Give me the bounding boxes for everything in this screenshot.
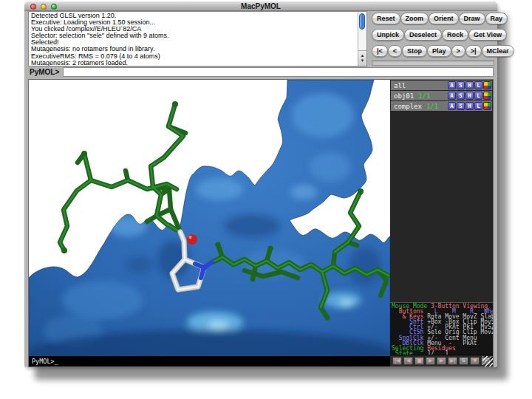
toolbar-row: UnpickDeselectRockGet View (372, 29, 494, 41)
object-list: allASHLobj011/1ASHLcomplex1/1ASHL (390, 81, 493, 111)
color-menu-button[interactable] (483, 102, 491, 110)
log-output: Detected GLSL version 1.20.Executive: Lo… (29, 12, 358, 66)
protein-surface (29, 80, 390, 356)
movie-last-button[interactable]: >| (466, 45, 482, 57)
scrollbar-thumb[interactable] (359, 13, 365, 30)
deselect-button[interactable]: Deselect (404, 29, 442, 41)
main-region: PyMOL>_ allASHLobj011/1ASHLcomplex1/1ASH… (28, 79, 494, 367)
s-menu-button[interactable]: S (457, 92, 465, 100)
molecular-scene (29, 80, 390, 356)
scene-button[interactable]: S (459, 357, 468, 365)
log-line: Mutagenesis: 2 rotamers loaded. (31, 60, 358, 66)
movie-rewind-button[interactable]: |◀ (392, 357, 402, 365)
fullscreen-button[interactable]: ▼ (470, 357, 480, 365)
mouse-mode-panel[interactable]: Mouse Mode 3-Button Viewing Buttons L M … (390, 302, 493, 355)
log-line: Selector: selection "sele" defined with … (31, 33, 358, 39)
movie-end-button[interactable]: ▶| (448, 357, 457, 365)
orient-button[interactable]: Orient (429, 13, 459, 24)
object-row[interactable]: allASHL (391, 81, 492, 90)
log-scrollbar[interactable]: ▲ ▼ (358, 12, 366, 66)
object-name: obj01 (394, 92, 414, 100)
movie-prev-button[interactable]: < (388, 45, 402, 57)
stop-button[interactable]: Stop (402, 45, 427, 57)
zoom-button[interactable]: Zoom (400, 13, 429, 24)
movie-back-button[interactable]: ◀ (403, 357, 413, 365)
viewport-command-line[interactable]: PyMOL>_ (29, 356, 390, 366)
a-menu-button[interactable]: A (448, 81, 456, 89)
play-button[interactable]: Play (427, 45, 451, 57)
l-menu-button[interactable]: L (474, 102, 482, 110)
movie-stop-button[interactable]: ■ (415, 357, 424, 365)
movie-progress-strip (372, 60, 494, 66)
scroll-up-arrow-icon[interactable]: ▲ (361, 53, 365, 58)
color-menu-button[interactable] (483, 92, 491, 100)
mclear-button[interactable]: MClear (482, 45, 514, 57)
oxygen-atom (187, 234, 197, 245)
object-action-buttons: ASHL (448, 81, 491, 89)
unpick-button[interactable]: Unpick (372, 29, 404, 41)
movie-play-button[interactable]: ▶ (426, 357, 435, 365)
desktop: MacPyMOL Detected GLSL version 1.20.Exec… (0, 0, 532, 399)
object-state-count: 1/1 (418, 92, 430, 100)
object-state-count: 1/1 (426, 103, 438, 110)
title-bar[interactable]: MacPyMOL (24, 1, 497, 11)
object-name: all (394, 82, 406, 89)
object-action-buttons: ASHL (448, 102, 491, 110)
get-view-button[interactable]: Get View (468, 29, 507, 41)
color-menu-button[interactable] (483, 81, 491, 89)
rock-button[interactable]: Rock (442, 29, 468, 41)
movie-forward-button[interactable]: ▶ (437, 357, 446, 365)
nitrogen-atom (201, 265, 207, 270)
movie-next-button[interactable]: > (451, 45, 466, 57)
reset-button[interactable]: Reset (372, 13, 400, 24)
macpymol-window: MacPyMOL Detected GLSL version 1.20.Exec… (24, 1, 497, 367)
toolbar: ResetZoomOrientDrawRayUnpickDeselectRock… (372, 13, 494, 61)
object-action-buttons: ASHL (448, 92, 491, 100)
viewport-3d[interactable]: PyMOL>_ (29, 80, 390, 366)
toolbar-row: |<<StopPlay>>|MClear (372, 45, 494, 57)
l-menu-button[interactable]: L (474, 92, 482, 100)
object-name: complex (394, 103, 422, 110)
object-row[interactable]: complex1/1ASHL (391, 101, 492, 111)
movie-playbar: |◀◀■▶▶▶|S▼F (390, 355, 493, 366)
object-sidebar: allASHLobj011/1ASHLcomplex1/1ASHL Mouse … (390, 80, 493, 366)
a-menu-button[interactable]: A (448, 102, 456, 110)
draw-button[interactable]: Draw (459, 13, 485, 24)
s-menu-button[interactable]: S (457, 102, 465, 110)
movie-first-button[interactable]: |< (372, 45, 388, 57)
log-box: Detected GLSL version 1.20.Executive: Lo… (28, 11, 367, 66)
l-menu-button[interactable]: L (474, 81, 482, 89)
resize-grip[interactable] (482, 356, 493, 366)
scroll-down-arrow-icon[interactable]: ▼ (361, 58, 365, 64)
ray-button[interactable]: Ray (485, 13, 508, 24)
object-row[interactable]: obj011/1ASHL (391, 91, 492, 100)
a-menu-button[interactable]: A (448, 92, 456, 100)
toolbar-row: ResetZoomOrientDrawRay (372, 13, 494, 24)
h-menu-button[interactable]: H (466, 92, 474, 100)
window-title: MacPyMOL (24, 1, 497, 11)
pymol-prompt-label: PyMOL> (30, 68, 59, 76)
h-menu-button[interactable]: H (466, 81, 474, 89)
pymol-command-input[interactable] (63, 67, 494, 77)
h-menu-button[interactable]: H (466, 102, 474, 110)
s-menu-button[interactable]: S (457, 81, 465, 89)
